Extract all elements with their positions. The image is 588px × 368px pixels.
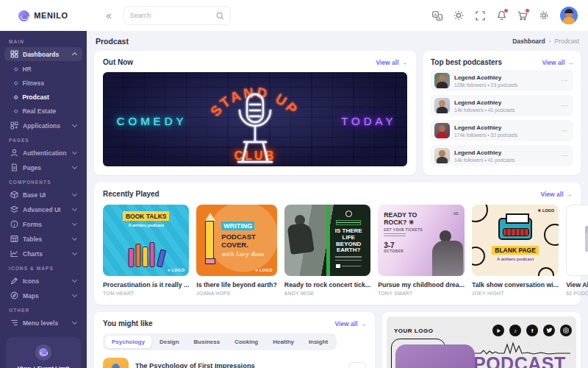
tab-business[interactable]: Business (187, 336, 227, 348)
sidebar-item-applications[interactable]: Applications (4, 118, 82, 132)
podcast-cover-ready-to-rock[interactable]: ∞ READY TO ROCK? ✳ GET YOUR TICKETS 3-7 … (378, 205, 465, 276)
language-icon[interactable]: Aa (432, 10, 442, 21)
out-now-banner[interactable]: COMEDY TODAY CLUB STAND UP (103, 72, 407, 166)
recently-played-item[interactable]: IS THERE LIFE BEYOND EARTH? Ready to roc… (284, 205, 370, 296)
cover-line: PODCAST (221, 233, 264, 241)
tab-healthy[interactable]: Healthy (266, 336, 301, 348)
podcaster-avatar (434, 148, 450, 163)
notifications-bell-icon[interactable] (496, 10, 506, 21)
search-box[interactable] (123, 6, 231, 25)
sidebar-item-maps[interactable]: Maps (4, 289, 82, 302)
chart-line-icon (10, 250, 18, 258)
breadcrumb-dashboard[interactable]: Dashboard (512, 38, 545, 45)
books-illustration (128, 242, 164, 267)
sidebar-item-dashboards[interactable]: Dashboards (4, 47, 82, 61)
twitter-icon (543, 325, 555, 336)
out-now-view-all-link[interactable]: View all→ (376, 59, 407, 66)
category-tabs: Psychology Design Business Cooking Healt… (103, 333, 337, 350)
podcasters-view-all-link[interactable]: View all→ (542, 59, 573, 66)
your-logo-text: YOUR LOGO (394, 328, 433, 334)
sidebar-item-label: Pages (23, 164, 41, 171)
sub-item-label: HR (22, 66, 31, 73)
episode-author: TONY SMART (378, 291, 465, 296)
podcast-cover-writing[interactable]: WRITING PODCAST COVER. with Lucy Ross ● … (196, 205, 277, 276)
theme-sun-icon[interactable] (453, 10, 464, 21)
chevron-down-icon (72, 236, 77, 241)
cart-badge (526, 9, 529, 13)
recently-played-item[interactable]: ∞ READY TO ROCK? ✳ GET YOUR TICKETS 3-7 … (378, 205, 465, 296)
sidebar-item-tables[interactable]: Tables (4, 232, 82, 246)
podcaster-name: Legend Acothley (454, 99, 514, 106)
podcaster-row[interactable]: Legend Acothley174k followers • 52 podca… (431, 120, 573, 141)
sidebar-collapse-icon[interactable]: « (106, 10, 112, 21)
cover-logo-tag: ● LOGO (168, 268, 184, 272)
sidebar-item-hr[interactable]: ◇HR (4, 62, 82, 76)
app-logo[interactable]: MENILO (0, 10, 87, 21)
recently-played-item[interactable]: BOOK TALKS A writers podcast ● LOGO Proc… (103, 205, 189, 296)
sidebar-item-base-ui[interactable]: Base UI (4, 188, 82, 202)
user-avatar[interactable] (560, 7, 578, 24)
more-options-icon[interactable]: ⋯ (561, 127, 568, 135)
recently-played-title: Recently Played (103, 190, 159, 198)
tab-design[interactable]: Design (153, 336, 186, 348)
podcast-banner-card[interactable]: YOUR LOGO ♪ f PODCAST (382, 312, 581, 368)
top-header: MENILO « Aa (0, 0, 588, 31)
sidebar-item-forms[interactable]: Forms (4, 217, 82, 231)
podcaster-avatar (434, 73, 450, 88)
podcast-heading: PODCAST (473, 353, 566, 368)
more-options-icon[interactable]: ⋯ (561, 152, 568, 160)
search-input[interactable] (130, 12, 216, 19)
sidebar-item-real-estate[interactable]: ◇Real Estate (4, 104, 82, 118)
chevron-down-icon (72, 206, 77, 211)
sub-item-label: Fitness (22, 79, 44, 87)
notification-badge (504, 9, 508, 13)
sidebar-item-pages[interactable]: Pages (4, 160, 82, 174)
tab-insight[interactable]: Insight (302, 336, 334, 348)
sidebar-item-menu-levels[interactable]: Menu levels (4, 316, 82, 330)
podcast-cover-blank-page[interactable]: ✳ LOGO BLANK PAGE A writers podcast (472, 205, 559, 276)
sidebar-item-prodcast[interactable]: ◇Prodcast (4, 90, 82, 104)
sidebar-item-authentication[interactable]: Authentication (4, 146, 82, 160)
sidebar-item-fitness[interactable]: ◇Fitness (4, 76, 82, 90)
sidebar-item-icons[interactable]: Icons (4, 274, 82, 288)
podcast-cover-book-talks[interactable]: BOOK TALKS A writers podcast ● LOGO (103, 205, 189, 276)
episode-title: Talk show conversation wi... (472, 281, 559, 289)
diamond-icon: ◇ (14, 80, 18, 85)
chevron-up-icon (72, 52, 77, 57)
episode-title: Pursue my childhood drea... (378, 281, 465, 289)
cart-icon[interactable] (517, 10, 528, 21)
recently-played-view-all-link[interactable]: View all→ (540, 191, 572, 198)
recently-played-item[interactable]: WRITING PODCAST COVER. with Lucy Ross ● … (196, 205, 277, 296)
recently-played-item[interactable]: View All Recent Played 62 PODCASTS (566, 205, 588, 296)
youtube-icon (492, 325, 504, 336)
sidebar-item-label: Menu levels (23, 319, 58, 327)
more-options-icon[interactable]: ⋯ (561, 102, 568, 110)
fullscreen-icon[interactable] (475, 10, 485, 21)
play-button[interactable]: ▶ (348, 362, 366, 368)
episode-row[interactable]: The Psychology of First Impressions Brai… (103, 358, 366, 368)
podcaster-row[interactable]: Legend Acothley14k followers • 41 podcas… (431, 95, 573, 116)
podcast-cover-beyond-earth[interactable]: IS THERE LIFE BEYOND EARTH? (284, 205, 370, 276)
mic-badge-icon (345, 210, 352, 217)
podcaster-row[interactable]: Legend Acothley128k followers • 23 podca… (431, 70, 573, 91)
you-might-like-card: You might like View all→ Psychology Desi… (94, 312, 375, 368)
tab-psychology[interactable]: Psychology (105, 336, 151, 348)
cover-heading: WRITING (221, 222, 254, 230)
recently-played-item[interactable]: ✳ LOGO BLANK PAGE A writers podcast Talk… (472, 205, 559, 296)
arrow-right-icon: → (567, 59, 574, 66)
sidebar-promo-card: View + Event Limit Visit to our help cen… (6, 337, 81, 368)
episode-author: JOANA HOPE (196, 291, 277, 296)
settings-gear-icon[interactable] (539, 10, 549, 21)
box-icon (10, 191, 18, 199)
more-options-icon[interactable]: ⋯ (561, 77, 568, 85)
sidebar: MAIN Dashboards ◇HR ◇Fitness ◇Prodcast ◇… (0, 31, 87, 368)
sidebar-item-advanced-ui[interactable]: Advanced UI (4, 202, 82, 216)
top-podcasters-card: Top best podcasters View all→ Legend Aco… (423, 51, 581, 175)
view-all-recent-tile[interactable] (566, 205, 588, 276)
chevron-down-icon (72, 319, 77, 325)
tab-cooking[interactable]: Cooking (228, 336, 265, 348)
podcaster-row[interactable]: Legend Acothley14k followers • 41 podcas… (431, 145, 573, 166)
sidebar-item-charts[interactable]: Charts (4, 247, 82, 261)
sub-item-label: Prodcast (22, 93, 49, 101)
you-might-like-view-all-link[interactable]: View all→ (334, 320, 366, 328)
